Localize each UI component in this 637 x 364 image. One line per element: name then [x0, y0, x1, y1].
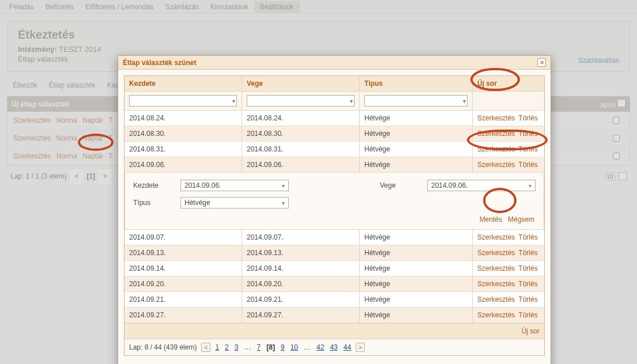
pager-page-link[interactable]: 3	[235, 343, 239, 351]
chevron-down-icon: ▾	[529, 183, 532, 189]
delete-link[interactable]: Törlés	[518, 311, 537, 319]
cell-kezdete: 2014.09.21.	[125, 292, 242, 308]
edit-link[interactable]: Szerkesztés	[477, 161, 515, 169]
cell-tipus: Hétvége	[360, 111, 473, 126]
pager-page-link[interactable]: 10	[291, 343, 298, 351]
edit-link[interactable]: Szerkesztés	[477, 295, 515, 304]
editor-vege-field[interactable]: 2014.09.06.▾	[427, 180, 536, 191]
pager-ellipsis: …	[304, 343, 311, 351]
filter-kezdete-select[interactable]: ▾	[129, 95, 237, 107]
table-row: 2014.09.27. 2014.09.27. Hétvége Szerkesz…	[125, 308, 544, 323]
table-row: 2014.09.14. 2014.09.14. Hétvége Szerkesz…	[125, 261, 544, 276]
pager-page-link[interactable]: 2	[225, 343, 229, 351]
pager-page-link[interactable]: 44	[344, 343, 351, 351]
cell-tipus: Hétvége	[360, 261, 473, 276]
delete-link[interactable]: Törlés	[518, 233, 537, 241]
cell-vege: 2014.09.07.	[242, 230, 360, 245]
delete-link[interactable]: Törlés	[518, 145, 537, 153]
chevron-down-icon: ▾	[463, 98, 466, 104]
cell-kezdete: 2014.09.13.	[125, 245, 242, 261]
cell-vege: 2014.09.14.	[242, 261, 360, 276]
dialog-title-bar: Étlap választék szünet ✕	[118, 56, 551, 70]
cell-kezdete: 2014.09.07.	[125, 230, 242, 245]
cell-kezdete: 2014.08.24.	[125, 111, 242, 126]
cell-vege: 2014.09.13.	[242, 245, 360, 261]
cell-tipus: Hétvége	[360, 230, 473, 245]
pager-label: Lap: 8 / 44 (439 elem)	[129, 343, 197, 351]
delete-link[interactable]: Törlés	[518, 264, 537, 272]
pager-ellipsis: …	[244, 343, 251, 351]
delete-link[interactable]: Törlés	[518, 130, 537, 138]
delete-link[interactable]: Törlés	[518, 295, 537, 304]
table-row: 2014.09.21. 2014.09.21. Hétvége Szerkesz…	[125, 292, 544, 308]
cell-tipus: Hétvége	[360, 142, 473, 157]
cell-vege: 2014.08.30.	[242, 126, 360, 142]
editor-tipus-field[interactable]: Hétvége▾	[180, 197, 289, 208]
cancel-button[interactable]: Mégsem	[507, 214, 536, 225]
col-header-kezdete[interactable]: Kezdete	[125, 76, 242, 92]
cell-tipus: Hétvége	[360, 245, 473, 261]
cell-vege: 2014.08.31.	[242, 142, 360, 157]
cell-tipus: Hétvége	[360, 308, 473, 323]
grid-pager: Lap: 8 / 44 (439 elem) < 1 2 3 … 7 [8] 9…	[125, 339, 544, 355]
col-header-vege[interactable]: Vege	[242, 76, 360, 92]
cell-tipus: Hétvége	[360, 157, 473, 173]
delete-link[interactable]: Törlés	[518, 249, 537, 257]
cell-kezdete: 2014.08.31.	[125, 142, 242, 157]
table-row: 2014.09.20. 2014.09.20. Hétvége Szerkesz…	[125, 276, 544, 292]
pager-page-link[interactable]: 9	[281, 343, 285, 351]
delete-link[interactable]: Törlés	[518, 114, 537, 122]
dialog-etlap-szunet: Étlap választék szünet ✕ Kezdete Vege Tí…	[118, 55, 551, 364]
editor-kezdete-label: Kezdete	[133, 181, 170, 189]
cell-vege: 2014.09.20.	[242, 276, 360, 292]
editor-tipus-label: Típus	[133, 199, 170, 207]
delete-link[interactable]: Törlés	[518, 161, 537, 169]
pager-page-link[interactable]: 43	[330, 343, 337, 351]
edit-link[interactable]: Szerkesztés	[477, 249, 515, 257]
edit-link[interactable]: Szerkesztés	[477, 311, 515, 319]
filter-vege-select[interactable]: ▾	[247, 95, 355, 107]
cell-kezdete: 2014.08.30.	[125, 126, 242, 142]
table-row: 2014.08.31. 2014.08.31. Hétvége Szerkesz…	[125, 142, 544, 157]
pager-current: [8]	[266, 343, 275, 351]
pager-prev-button[interactable]: <	[201, 343, 210, 352]
cell-tipus: Hétvége	[360, 276, 473, 292]
edit-link[interactable]: Szerkesztés	[477, 233, 515, 241]
pager-next-button[interactable]: >	[356, 343, 365, 352]
dialog-title: Étlap választék szünet	[123, 59, 196, 67]
table-row: 2014.09.06. 2014.09.06. Hétvége Szerkesz…	[125, 157, 544, 173]
save-button[interactable]: Mentés	[478, 214, 503, 225]
edit-link[interactable]: Szerkesztés	[477, 130, 515, 138]
editor-vege-label: Vege	[380, 181, 417, 189]
editor-kezdete-field[interactable]: 2014.09.06.▾	[180, 180, 289, 191]
cell-kezdete: 2014.09.27.	[125, 308, 242, 323]
edit-link[interactable]: Szerkesztés	[477, 280, 515, 288]
table-row: 2014.09.13. 2014.09.13. Hétvége Szerkesz…	[125, 245, 544, 261]
table-row: 2014.08.30. 2014.08.30. Hétvége Szerkesz…	[125, 126, 544, 142]
col-header-ujsor[interactable]: Új sor	[473, 76, 543, 92]
new-row-link[interactable]: Új sor	[522, 327, 540, 335]
break-grid: Kezdete Vege Típus Új sor ▾ ▾ ▾ 2014.08.…	[124, 75, 545, 356]
grid-footer-newrow: Új sor	[125, 323, 544, 339]
delete-link[interactable]: Törlés	[518, 280, 537, 288]
cell-vege: 2014.09.21.	[242, 292, 360, 308]
edit-link[interactable]: Szerkesztés	[477, 145, 515, 153]
table-row: 2014.08.24. 2014.08.24. Hétvége Szerkesz…	[125, 111, 544, 126]
close-icon[interactable]: ✕	[537, 58, 546, 67]
cell-kezdete: 2014.09.20.	[125, 276, 242, 292]
edit-link[interactable]: Szerkesztés	[477, 264, 515, 272]
pager-page-link[interactable]: 42	[316, 343, 324, 351]
grid-filter-row: ▾ ▾ ▾	[125, 92, 544, 111]
pager-page-link[interactable]: 7	[257, 343, 261, 351]
cell-vege: 2014.09.27.	[242, 308, 360, 323]
cell-kezdete: 2014.09.14.	[125, 261, 242, 276]
cell-tipus: Hétvége	[360, 292, 473, 308]
pager-page-link[interactable]: 1	[215, 343, 219, 351]
col-header-tipus[interactable]: Típus	[360, 76, 473, 92]
filter-tipus-select[interactable]: ▾	[364, 95, 468, 107]
edit-link[interactable]: Szerkesztés	[477, 114, 515, 122]
cell-vege: 2014.09.06.	[242, 157, 360, 173]
cell-tipus: Hétvége	[360, 126, 473, 142]
inline-editor: Kezdete 2014.09.06.▾ Vege 2014.09.06.▾ T…	[125, 173, 544, 230]
grid-header-row: Kezdete Vege Típus Új sor	[125, 76, 544, 92]
